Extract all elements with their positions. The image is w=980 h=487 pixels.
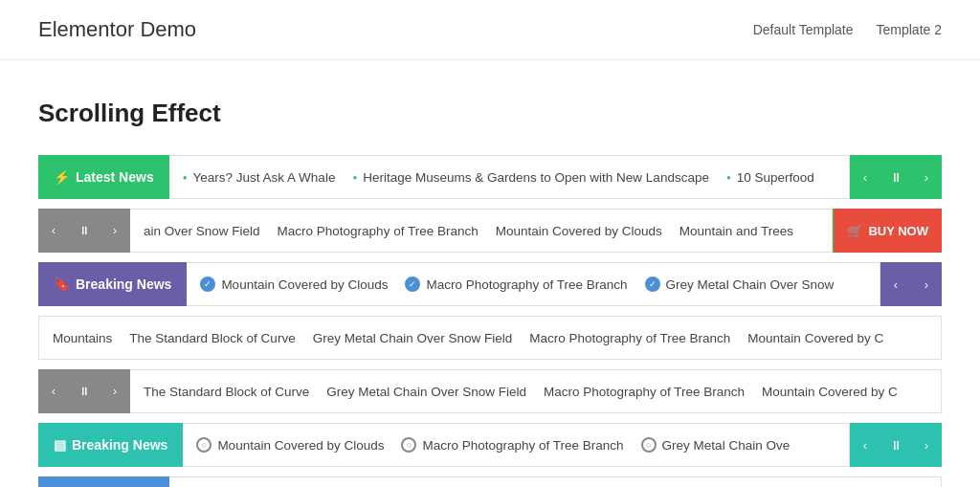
- prev-button-5[interactable]: ‹: [38, 369, 69, 413]
- next-button[interactable]: ›: [911, 155, 942, 199]
- latest-news-badge-7: 🔖 Latest News: [38, 476, 169, 487]
- ticker-item: ✓ Grey Metal Chain Over Snow: [645, 277, 835, 292]
- ticker-item: ● Heritage Museums & Gardens to Open wit…: [352, 170, 709, 185]
- check-icon: ✓: [645, 277, 660, 292]
- pause-button-5[interactable]: ⏸: [69, 369, 100, 413]
- lightning-icon: ⚡: [54, 169, 70, 185]
- ticker-content-4: Mountains The Standard Block of Curve Gr…: [38, 316, 942, 360]
- ticker-item: Mountain and Trees: [679, 224, 793, 238]
- ticker-item: Mountain Covered by Clouds: [496, 224, 662, 238]
- ticker-item: ○ Mountain Covered by Clouds: [196, 437, 384, 453]
- ticker-row-7: 🔖 Latest News ain Covered by Clouds Macr…: [38, 476, 942, 487]
- ticker-item: Mountain Covered by C: [747, 331, 883, 345]
- ticker-item: Mountain Covered by C: [762, 385, 898, 399]
- ticker-item: Grey Metal Chain Over Snow Field: [313, 331, 513, 345]
- circle-icon: ○: [401, 437, 416, 453]
- ticker-row-2: ‹ ⏸ › ain Over Snow Field Macro Photogra…: [38, 209, 942, 253]
- cart-icon: 🛒: [847, 224, 862, 238]
- pause-button[interactable]: ⏸: [880, 155, 911, 199]
- ticker-item: Grey Metal Chain Over Snow Field: [326, 385, 526, 399]
- buy-now-button[interactable]: 🛒 BUY NOW: [834, 209, 942, 253]
- prev-button-2[interactable]: ‹: [38, 209, 69, 253]
- ticker-item: ● 10 Superfood: [726, 170, 814, 185]
- prev-button-3[interactable]: ‹: [880, 262, 911, 306]
- next-button-3[interactable]: ›: [911, 262, 942, 306]
- check-icon: ✓: [405, 277, 420, 292]
- breaking-news-badge-3: 🔖 Breaking News: [38, 262, 187, 306]
- circle-icon: ○: [196, 437, 212, 453]
- ticker-row-3: 🔖 Breaking News ✓ Mountain Covered by Cl…: [38, 262, 942, 306]
- latest-news-badge-1: ⚡ Latest News: [38, 155, 169, 199]
- buy-now-label: BUY NOW: [868, 224, 928, 238]
- badge-label-6: Breaking News: [72, 437, 167, 453]
- left-controls-2: ‹ ⏸ ›: [38, 209, 130, 253]
- main-nav: Default Template Template 2: [753, 22, 942, 37]
- ticker-content-1: ● Years? Just Ask A Whale ● Heritage Mus…: [169, 155, 850, 199]
- ticker-content-3: ✓ Mountain Covered by Clouds ✓ Macro Pho…: [187, 262, 880, 306]
- ticker-item: ○ Macro Photography of Tree Branch: [401, 437, 623, 453]
- ticker-item: Macro Photography of Tree Branch: [529, 331, 730, 345]
- ticker-item: ✓ Macro Photography of Tree Branch: [405, 277, 627, 292]
- grid-icon: ▤: [54, 437, 66, 453]
- ticker-item: ✓ Mountain Covered by Clouds: [200, 277, 388, 292]
- next-button-5[interactable]: ›: [100, 369, 130, 413]
- ticker-row-6: ▤ Breaking News ○ Mountain Covered by Cl…: [38, 423, 942, 467]
- badge-label-3: Breaking News: [76, 277, 171, 292]
- ticker-row-1: ⚡ Latest News ● Years? Just Ask A Whale …: [38, 155, 942, 199]
- next-button-6[interactable]: ›: [911, 423, 942, 467]
- bookmark-icon: 🔖: [54, 277, 70, 292]
- breaking-news-badge-6: ▤ Breaking News: [38, 423, 183, 467]
- badge-label-1: Latest News: [76, 169, 154, 185]
- dot-icon: ●: [726, 173, 731, 182]
- ticker-item: ain Over Snow Field: [144, 224, 260, 238]
- ticker-item: Macro Photography of Tree Branch: [544, 385, 745, 399]
- left-controls-5: ‹ ⏸ ›: [38, 369, 130, 413]
- pause-button-2[interactable]: ⏸: [69, 209, 100, 253]
- ticker-content-5: The Standard Block of Curve Grey Metal C…: [130, 369, 942, 413]
- main-content: Scrolling Effect ⚡ Latest News ● Years? …: [0, 60, 980, 487]
- ticker-item: The Standard Block of Curve: [144, 385, 309, 399]
- ticker-content-7: ain Covered by Clouds Macro Photography …: [169, 476, 942, 487]
- page-title: Scrolling Effect: [38, 99, 942, 128]
- prev-button-6[interactable]: ‹: [850, 423, 880, 467]
- nav-default-template[interactable]: Default Template: [753, 22, 854, 37]
- site-logo: Elementor Demo: [38, 17, 196, 42]
- ticker-item: The Standard Block of Curve: [129, 331, 295, 345]
- ticker-item: Macro Photography of Tree Branch: [278, 224, 479, 238]
- nav-template2[interactable]: Template 2: [877, 22, 942, 37]
- ticker-item: ● Years? Just Ask A Whale: [183, 170, 336, 185]
- dot-icon: ●: [352, 173, 357, 182]
- circle-icon: ○: [641, 437, 657, 453]
- dot-icon: ●: [183, 173, 188, 182]
- next-button-2[interactable]: ›: [100, 209, 130, 253]
- ticker-item: Mountains: [53, 331, 112, 345]
- check-icon: ✓: [200, 277, 215, 292]
- ticker-row-4: Mountains The Standard Block of Curve Gr…: [38, 316, 942, 360]
- ticker-content-2: ain Over Snow Field Macro Photography of…: [130, 209, 833, 253]
- right-controls-1: ‹ ⏸ ›: [850, 155, 942, 199]
- ticker-content-6: ○ Mountain Covered by Clouds ○ Macro Pho…: [183, 423, 850, 467]
- ticker-item: ○ Grey Metal Chain Ove: [641, 437, 791, 453]
- prev-button[interactable]: ‹: [850, 155, 880, 199]
- ticker-row-5: ‹ ⏸ › The Standard Block of Curve Grey M…: [38, 369, 942, 413]
- right-controls-6: ‹ ⏸ ›: [850, 423, 942, 467]
- site-header: Elementor Demo Default Template Template…: [0, 0, 980, 60]
- pause-button-6[interactable]: ⏸: [880, 423, 911, 467]
- right-controls-3: ‹ ›: [880, 262, 942, 306]
